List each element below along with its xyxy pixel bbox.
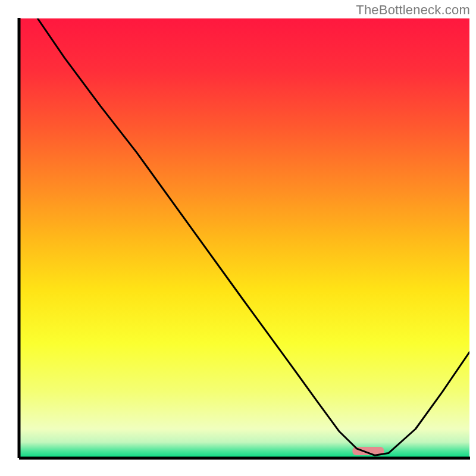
bottleneck-chart xyxy=(0,0,476,476)
gradient-background xyxy=(20,18,469,458)
watermark-text: TheBottleneck.com xyxy=(356,2,470,18)
